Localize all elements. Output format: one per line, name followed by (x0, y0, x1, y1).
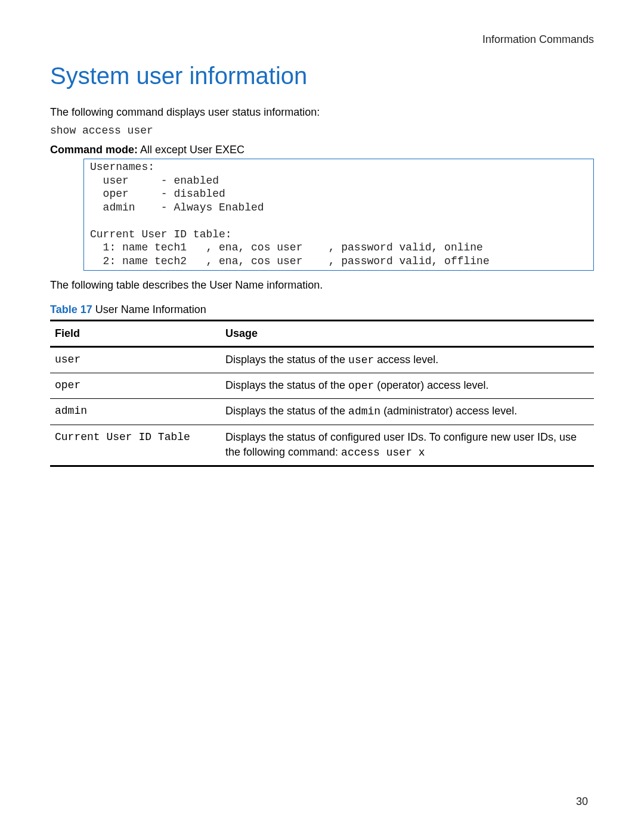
command-mode-value: All except User EXEC (138, 144, 244, 156)
table-row: user Displays the status of the user acc… (50, 347, 594, 373)
page-number: 30 (576, 795, 588, 808)
table-caption-title: User Name Information (92, 304, 206, 315)
th-usage: Usage (221, 321, 594, 347)
usage-mono: admin (348, 405, 380, 417)
command-mode-line: Command mode: All except User EXEC (50, 144, 594, 156)
command-literal: show access user (50, 125, 594, 137)
usage-mono: access user x (341, 447, 425, 459)
usage-post: (operator) access level. (374, 379, 488, 391)
table-row: oper Displays the status of the oper (op… (50, 373, 594, 399)
page-container: Information Commands System user informa… (0, 0, 644, 833)
table-header-row: Field Usage (50, 321, 594, 347)
intro-text: The following command displays user stat… (50, 106, 594, 119)
table-caption: Table 17 User Name Information (50, 304, 594, 316)
cell-usage: Displays the status of the oper (operato… (221, 373, 594, 399)
usage-mono: oper (348, 380, 374, 392)
cell-usage: Displays the status of configured user I… (221, 425, 594, 466)
cell-field: admin (50, 399, 221, 425)
cell-usage: Displays the status of the admin (admini… (221, 399, 594, 425)
user-name-info-table: Field Usage user Displays the status of … (50, 320, 594, 467)
table-row: Current User ID Table Displays the statu… (50, 425, 594, 466)
usage-post: (administrator) access level. (380, 405, 517, 417)
table-row: admin Displays the status of the admin (… (50, 399, 594, 425)
page-title: System user information (50, 63, 594, 89)
cell-field: Current User ID Table (50, 425, 221, 466)
th-field: Field (50, 321, 221, 347)
output-code-block: Usernames: user - enabled oper - disable… (83, 159, 594, 271)
usage-post: access level. (374, 354, 438, 366)
usage-pre: Displays the status of the (225, 405, 348, 417)
usage-pre: Displays the status of the (225, 354, 348, 366)
table-intro-text: The following table describes the User N… (50, 279, 594, 292)
usage-pre: Displays the status of the (225, 379, 348, 391)
table-caption-label: Table 17 (50, 304, 92, 315)
command-mode-label: Command mode: (50, 144, 138, 156)
cell-field: oper (50, 373, 221, 399)
header-section-label: Information Commands (50, 33, 594, 46)
usage-mono: user (348, 354, 374, 366)
cell-usage: Displays the status of the user access l… (221, 347, 594, 373)
cell-field: user (50, 347, 221, 373)
